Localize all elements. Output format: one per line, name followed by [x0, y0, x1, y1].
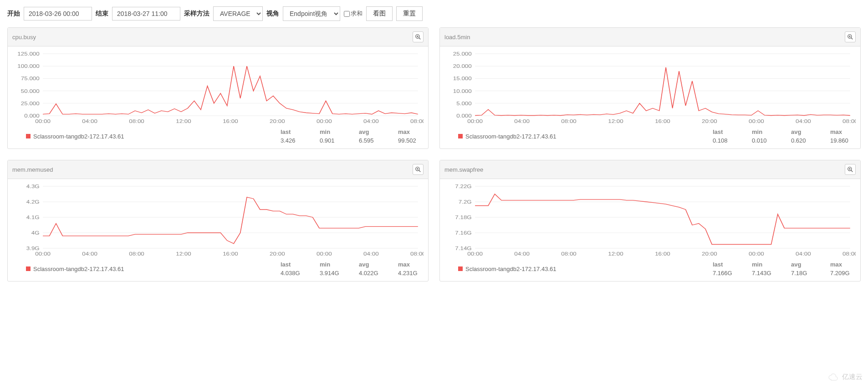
panel-header: mem.memused [8, 160, 428, 179]
zoom-button[interactable] [845, 31, 856, 42]
stat-avg-val: 0.620 [791, 137, 812, 144]
zoom-button[interactable] [845, 164, 856, 175]
stat-min-hdr: min [752, 128, 773, 135]
stat-max-val: 99.502 [398, 137, 419, 144]
stat-min-hdr: min [752, 261, 773, 268]
svg-text:7.14G: 7.14G [455, 246, 472, 251]
svg-text:08:00: 08:00 [561, 251, 577, 257]
legend-stats: Sclassroom-tangdb2-172.17.43.61 last4.03… [12, 258, 424, 276]
svg-text:00:00: 00:00 [749, 118, 764, 124]
svg-text:16:00: 16:00 [655, 251, 670, 257]
stat-avg-val: 4.022G [359, 270, 380, 276]
svg-text:20.000: 20.000 [453, 63, 472, 69]
legend-entry[interactable]: Sclassroom-tangdb2-172.17.43.61 [26, 133, 124, 140]
zoom-button[interactable] [413, 31, 424, 42]
legend-stats: Sclassroom-tangdb2-172.17.43.61 last0.10… [444, 126, 856, 144]
svg-line-26 [851, 38, 853, 40]
stat-max-hdr: max [398, 261, 419, 268]
svg-text:00:00: 00:00 [35, 251, 51, 257]
stat-avg-hdr: avg [791, 128, 812, 135]
svg-text:7.18G: 7.18G [455, 215, 472, 220]
legend-swatch [458, 266, 463, 271]
panel-header: cpu.busy [8, 28, 428, 46]
panel-title: cpu.busy [12, 34, 36, 41]
svg-text:4.1G: 4.1G [26, 215, 40, 220]
chart-load_5min[interactable]: 0.0005.00010.00015.00020.00025.00000:000… [444, 48, 856, 126]
reset-button[interactable]: 重置 [396, 6, 423, 21]
svg-text:20:00: 20:00 [270, 118, 285, 124]
svg-text:08:00: 08:00 [410, 118, 424, 124]
sum-label: 求和 [351, 10, 363, 18]
svg-text:04:00: 04:00 [363, 251, 379, 257]
svg-text:00:00: 00:00 [317, 251, 332, 257]
stat-avg-hdr: avg [359, 128, 380, 135]
svg-text:04:00: 04:00 [514, 251, 530, 257]
svg-text:04:00: 04:00 [363, 118, 379, 124]
svg-text:08:00: 08:00 [842, 251, 856, 257]
svg-text:04:00: 04:00 [514, 118, 530, 124]
start-input[interactable] [24, 7, 92, 20]
panel-body: 7.14G7.16G7.18G7.2G7.22G00:0004:0008:001… [440, 179, 860, 281]
stat-last-val: 3.426 [281, 137, 301, 144]
svg-text:04:00: 04:00 [796, 118, 811, 124]
zoom-in-icon [415, 166, 421, 173]
svg-text:125.000: 125.000 [17, 51, 40, 57]
svg-text:00:00: 00:00 [317, 118, 332, 124]
svg-text:25.000: 25.000 [453, 51, 472, 57]
legend-swatch [458, 134, 463, 138]
sum-checkbox[interactable] [344, 11, 350, 17]
svg-text:12:00: 12:00 [608, 118, 623, 124]
panel-cpu_busy: cpu.busy 0.00025.00050.00075.000100.0001… [7, 27, 429, 149]
sum-checkbox-wrap: 求和 [344, 10, 363, 18]
toolbar: 开始 结束 采样方法 AVERAGE 视角 Endpoint视角 求和 看图 重… [7, 5, 861, 27]
render-button[interactable]: 看图 [366, 6, 393, 21]
svg-text:04:00: 04:00 [82, 251, 97, 257]
end-label: 结束 [96, 10, 108, 18]
svg-line-51 [419, 170, 421, 172]
svg-text:100.000: 100.000 [17, 63, 40, 69]
end-input[interactable] [112, 7, 180, 20]
panel-header: mem.swapfree [440, 160, 860, 179]
svg-text:4.2G: 4.2G [26, 199, 40, 205]
stat-avg-hdr: avg [359, 261, 380, 268]
svg-text:7.2G: 7.2G [459, 199, 472, 205]
panel-body: 0.0005.00010.00015.00020.00025.00000:000… [440, 46, 860, 148]
panel-title: mem.memused [12, 166, 53, 173]
chart-mem_swapfree[interactable]: 7.14G7.16G7.18G7.2G7.22G00:0004:0008:001… [444, 181, 856, 258]
panel-header: load.5min [440, 28, 860, 46]
stat-avg-hdr: avg [791, 261, 812, 268]
panel-title: mem.swapfree [444, 166, 483, 173]
stats: last0.108 min0.010 avg0.620 max19.860 [713, 128, 851, 144]
view-select[interactable]: Endpoint视角 [283, 6, 340, 21]
stat-min-val: 0.010 [752, 137, 773, 144]
svg-text:00:00: 00:00 [467, 118, 483, 124]
svg-text:20:00: 20:00 [702, 118, 717, 124]
stat-max-val: 7.209G [830, 270, 851, 276]
chart-cpu_busy[interactable]: 0.00025.00050.00075.000100.000125.00000:… [12, 48, 424, 126]
stat-min-val: 7.143G [752, 270, 773, 276]
svg-text:4G: 4G [31, 230, 40, 236]
legend-entry[interactable]: Sclassroom-tangdb2-172.17.43.61 [458, 266, 556, 272]
zoom-in-icon [847, 166, 853, 173]
stat-max-val: 4.231G [398, 270, 419, 276]
svg-text:10.000: 10.000 [453, 88, 472, 94]
panel-body: 0.00025.00050.00075.000100.000125.00000:… [8, 46, 428, 148]
zoom-button[interactable] [413, 164, 424, 175]
panel-mem_memused: mem.memused 3.9G4G4.1G4.2G4.3G00:0004:00… [7, 160, 429, 282]
legend-swatch [26, 266, 31, 271]
svg-line-74 [851, 170, 853, 172]
zoom-in-icon [847, 34, 853, 40]
sample-method-select[interactable]: AVERAGE [213, 6, 263, 21]
panel-mem_swapfree: mem.swapfree 7.14G7.16G7.18G7.2G7.22G00:… [439, 160, 861, 282]
stat-last-val: 7.166G [713, 270, 734, 276]
legend-entry[interactable]: Sclassroom-tangdb2-172.17.43.61 [26, 266, 124, 272]
svg-text:4.3G: 4.3G [26, 184, 40, 189]
svg-text:08:00: 08:00 [410, 251, 424, 257]
view-label: 视角 [266, 10, 279, 18]
stats: last4.038G min3.914G avg4.022G max4.231G [281, 261, 419, 276]
stat-last-val: 0.108 [713, 137, 734, 144]
legend-entry[interactable]: Sclassroom-tangdb2-172.17.43.61 [458, 133, 556, 140]
legend-series-name: Sclassroom-tangdb2-172.17.43.61 [33, 266, 124, 272]
svg-text:0.000: 0.000 [24, 113, 40, 119]
chart-mem_memused[interactable]: 3.9G4G4.1G4.2G4.3G00:0004:0008:0012:0016… [12, 181, 424, 258]
